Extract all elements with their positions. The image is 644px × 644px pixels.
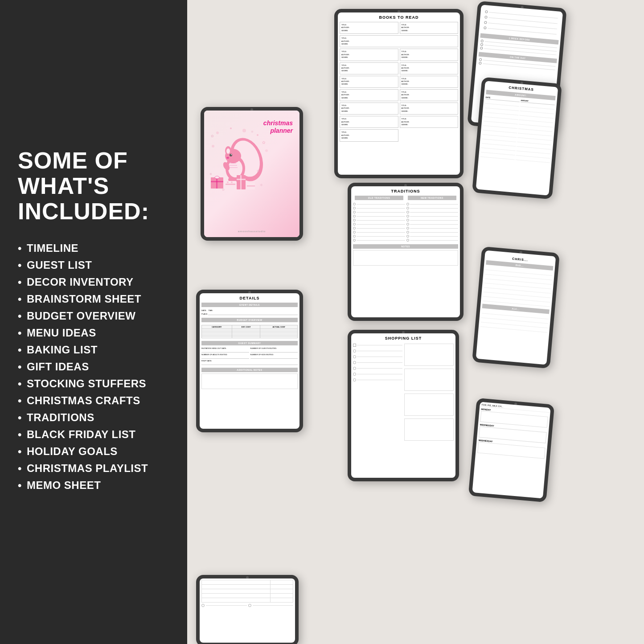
shop-box-1	[404, 344, 454, 366]
new-item-9	[406, 235, 459, 238]
old-item-5	[353, 219, 405, 222]
check-circle	[485, 10, 488, 13]
partial-cell-5	[202, 589, 271, 594]
svg-point-20	[226, 157, 229, 159]
svg-rect-37	[240, 175, 242, 189]
partial-circle-1	[201, 604, 205, 607]
new-circle-5	[406, 219, 409, 222]
cover-footer: amoonhausstudio	[238, 230, 266, 233]
budget-table: CATEGORY EST. COST ACTUAL COST	[201, 325, 298, 338]
shop-item-4	[353, 361, 402, 364]
partial-cell-3	[202, 585, 271, 589]
new-item-4	[406, 215, 459, 217]
new-circle-4	[406, 215, 409, 217]
cover-screen: ✿ ❄ ✿ ✿ ❄	[204, 111, 299, 237]
svg-rect-39	[247, 185, 255, 187]
line-10	[357, 240, 405, 241]
svg-point-0	[216, 131, 219, 134]
partial-content	[200, 578, 295, 608]
shop-item-6	[353, 373, 402, 376]
tablet-traditions: TRADITIONS OLD TRADITIONS NEW TRADITIONS	[348, 183, 464, 321]
shop-box-2	[404, 369, 454, 391]
old-item-10	[353, 239, 405, 242]
new-circle-8	[406, 231, 409, 234]
week-circle-1	[481, 40, 484, 43]
list-item-holiday-goals: HOLIDAY GOALS	[18, 445, 169, 458]
new-line-6	[410, 224, 459, 225]
weekly-screen: FOR: PIE, MILK CH... MONDAY WEDNESDAY WE…	[472, 402, 550, 498]
additional-notes-bar: ADDITIONAL NOTES	[201, 368, 298, 372]
partial-row-1	[202, 580, 293, 585]
adults-field: NUMBER OF ADULTS INVITED:	[201, 353, 249, 359]
shop-item-5	[353, 367, 402, 370]
budget-row-7	[202, 337, 298, 338]
details-screen: DETAILS EVENT DETAILS DATE: TIME: PLACE:…	[200, 293, 299, 429]
new-circle-7	[406, 227, 409, 230]
old-traditions-label: OLD TRADITIONS	[355, 196, 403, 200]
circle-10	[353, 239, 356, 242]
shop-circle-2	[353, 349, 356, 353]
old-item-4	[353, 215, 405, 217]
budget-overview-bar: BUDGET OVERVIEW	[201, 318, 298, 322]
budget-right-screen: CHRISTMAS AMOUNT: DATE AMOUNT	[476, 81, 558, 195]
guest-summary-bar: GUEST SUMMARY	[201, 341, 298, 345]
tablet-partial	[196, 575, 299, 644]
partial-cell-1	[202, 580, 271, 585]
list-item-timeline: TIMELINE	[18, 242, 169, 254]
new-item-10	[406, 239, 459, 242]
svg-point-1	[230, 127, 232, 129]
line-5	[357, 220, 405, 221]
new-line-9	[410, 236, 459, 237]
new-circle-10	[406, 239, 409, 242]
circle-8	[353, 231, 356, 234]
list-item-black-friday: BLACK FRIDAY LIST	[18, 428, 169, 441]
svg-point-30	[215, 176, 219, 179]
new-traditions-bar: NEW TRADITIONS	[406, 195, 458, 201]
place-field: PLACE:	[201, 312, 298, 315]
circle-4	[353, 215, 356, 217]
line-4	[357, 216, 405, 217]
circle-3	[353, 211, 356, 213]
tablet-details: DETAILS EVENT DETAILS DATE: TIME: PLACE:…	[196, 290, 303, 432]
line-8	[357, 232, 405, 233]
svg-point-5	[265, 149, 268, 152]
old-item-3	[353, 211, 405, 213]
new-item-7	[406, 227, 459, 230]
new-item-6	[406, 223, 459, 226]
guests-invited-field: NUMBER OF GUESTS INVITED:	[250, 347, 298, 353]
date-field: DATE:	[201, 309, 207, 312]
shop-item-3	[353, 355, 402, 358]
list-item-baking: BAKING LIST	[18, 344, 169, 356]
event-row-1: DATE: TIME:	[201, 309, 298, 312]
svg-text:❄: ❄	[260, 183, 263, 187]
list-item-brainstorm: BRAINSTORM SHEET	[18, 293, 169, 305]
rsvp-line	[201, 362, 298, 365]
partial-cell-2	[270, 580, 293, 585]
book-cell-8: TITLE:AUTHOR:GENRE:	[400, 76, 459, 88]
new-line-4	[410, 216, 459, 217]
circle-9	[353, 235, 356, 238]
tablet-christmas-right: CHRIS... BUD... ALC...	[472, 246, 560, 369]
adults-line	[201, 356, 249, 359]
new-item-3	[406, 211, 459, 213]
christmas-rows	[481, 265, 555, 309]
book-cell-10: TITLE:AUTHOR:GENRE:	[400, 89, 459, 101]
old-item-8	[353, 231, 405, 234]
new-line-8	[410, 232, 459, 233]
guest-row-2: NUMBER OF ADULTS INVITED: NUMBER OF KIDS…	[201, 353, 298, 359]
svg-rect-29	[216, 177, 217, 189]
day-circle-2	[479, 62, 482, 65]
week-circle-2	[480, 43, 484, 46]
svg-text:❄: ❄	[209, 172, 212, 176]
svg-text:✿: ✿	[211, 134, 214, 138]
shopping-content	[351, 342, 455, 443]
guest-row-3: RSVP DATE:	[201, 360, 298, 365]
new-item-2	[406, 207, 459, 209]
event-row-2: PLACE:	[201, 312, 298, 315]
traditions-screen: TRADITIONS OLD TRADITIONS NEW TRADITIONS	[351, 186, 460, 317]
book-cell-6: TITLE:AUTHOR:GENRE:	[400, 62, 459, 74]
books-title: BOOKS TO READ	[338, 12, 460, 21]
svg-point-19	[231, 154, 232, 155]
books-screen: BOOKS TO READ TITLE:AUTHOR:GENRE: TITLE:…	[338, 12, 460, 175]
book-cell-11: TITLE:AUTHOR:GENRE:	[340, 103, 398, 115]
